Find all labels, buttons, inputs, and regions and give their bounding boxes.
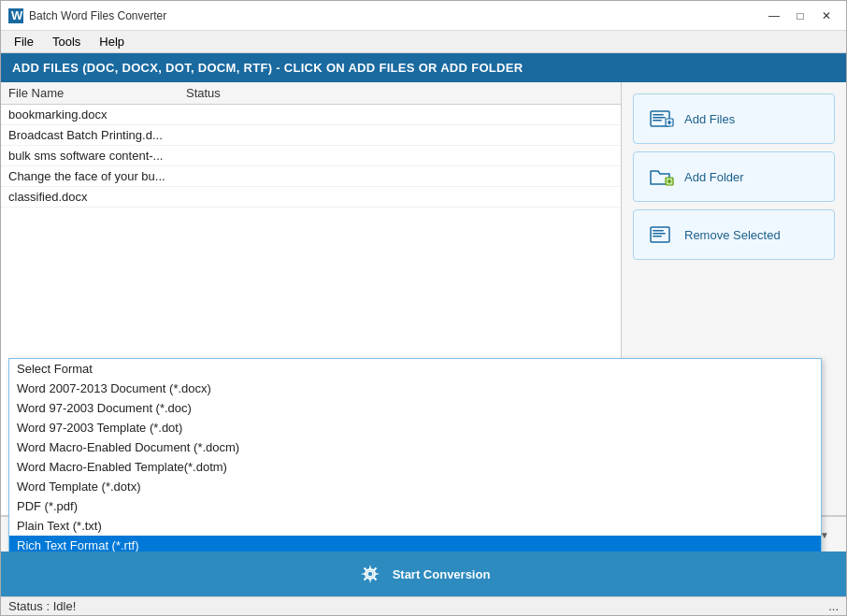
svg-rect-15: [653, 236, 662, 237]
header-banner: ADD FILES (DOC, DOCX, DOT, DOCM, RTF) - …: [1, 53, 846, 82]
window-title: Batch Word Files Converter: [29, 9, 762, 22]
svg-rect-13: [653, 230, 664, 232]
add-folder-button[interactable]: Add Folder: [633, 151, 835, 202]
menubar: File Tools Help: [1, 31, 846, 53]
svg-rect-11: [668, 181, 672, 182]
gear-icon: [357, 561, 383, 587]
dropdown-item-8[interactable]: Plain Text (*.txt): [9, 516, 821, 536]
file-status: [186, 149, 613, 163]
format-dropdown-overlay: Select Format Word 2007-2013 Document (*…: [8, 358, 822, 552]
status-text: Status : Idle!: [8, 599, 76, 613]
col-filename-header: File Name: [8, 86, 186, 100]
dropdown-item-0[interactable]: Select Format: [9, 359, 821, 379]
file-name: Change the face of your bu...: [8, 169, 186, 183]
file-status: [186, 190, 613, 204]
table-row[interactable]: Change the face of your bu...: [1, 166, 621, 187]
dropdown-item-2[interactable]: Word 97-2003 Document (*.doc): [9, 398, 821, 418]
file-status: [186, 107, 613, 122]
start-conversion-label: Start Conversion: [393, 567, 491, 581]
menu-help[interactable]: Help: [90, 33, 134, 50]
svg-rect-3: [653, 114, 664, 116]
svg-rect-12: [651, 227, 669, 242]
svg-rect-8: [668, 122, 672, 123]
window-controls: — □ ✕: [762, 7, 839, 25]
remove-selected-icon: [649, 223, 675, 246]
add-files-icon: [649, 107, 675, 130]
svg-point-17: [367, 571, 373, 577]
add-folder-icon: [649, 165, 675, 188]
add-folder-label: Add Folder: [684, 170, 744, 184]
table-row[interactable]: classified.docx: [1, 187, 621, 208]
file-name: classified.docx: [8, 190, 186, 204]
col-status-header: Status: [186, 86, 613, 100]
maximize-button[interactable]: □: [788, 7, 812, 25]
menu-tools[interactable]: Tools: [43, 33, 90, 50]
file-name: bulk sms software content-...: [8, 149, 186, 163]
statusbar: Status : Idle! ...: [1, 596, 846, 615]
dropdown-item-3[interactable]: Word 97-2003 Template (*.dot): [9, 418, 821, 437]
status-dots: ...: [828, 599, 839, 613]
file-status: [186, 128, 613, 142]
file-list-header: File Name Status: [1, 82, 621, 105]
dropdown-item-6[interactable]: Word Template (*.dotx): [9, 477, 821, 496]
dropdown-item-7[interactable]: PDF (*.pdf): [9, 496, 821, 516]
start-conversion-button[interactable]: Start Conversion: [1, 552, 846, 596]
app-icon: W: [8, 8, 23, 23]
add-files-button[interactable]: Add Files: [633, 93, 835, 144]
dropdown-item-5[interactable]: Word Macro-Enabled Template(*.dotm): [9, 457, 821, 477]
dropdown-item-4[interactable]: Word Macro-Enabled Document (*.docm): [9, 437, 821, 457]
file-name: bookmarking.docx: [8, 107, 186, 122]
file-status: [186, 169, 613, 183]
dropdown-item-9[interactable]: Rich Text Format (*.rtf): [9, 536, 821, 552]
svg-text:W: W: [11, 8, 23, 22]
svg-rect-5: [653, 120, 662, 122]
file-name: Broadcast Batch Printing.d...: [8, 128, 186, 142]
table-row[interactable]: bookmarking.docx: [1, 105, 621, 125]
svg-rect-14: [653, 233, 666, 235]
close-button[interactable]: ✕: [814, 7, 839, 25]
minimize-button[interactable]: —: [762, 7, 786, 25]
add-files-label: Add Files: [684, 112, 735, 126]
remove-selected-button[interactable]: Remove Selected: [633, 209, 835, 260]
titlebar: W Batch Word Files Converter — □ ✕: [1, 1, 846, 31]
remove-selected-label: Remove Selected: [684, 228, 781, 242]
table-row[interactable]: bulk sms software content-...: [1, 146, 621, 166]
dropdown-item-1[interactable]: Word 2007-2013 Document (*.docx): [9, 379, 821, 398]
menu-file[interactable]: File: [5, 33, 43, 50]
svg-rect-4: [653, 117, 666, 119]
main-window: W Batch Word Files Converter — □ ✕ File …: [0, 0, 847, 616]
table-row[interactable]: Broadcast Batch Printing.d...: [1, 125, 621, 146]
main-content: File Name Status bookmarking.docx Broadc…: [1, 82, 846, 552]
